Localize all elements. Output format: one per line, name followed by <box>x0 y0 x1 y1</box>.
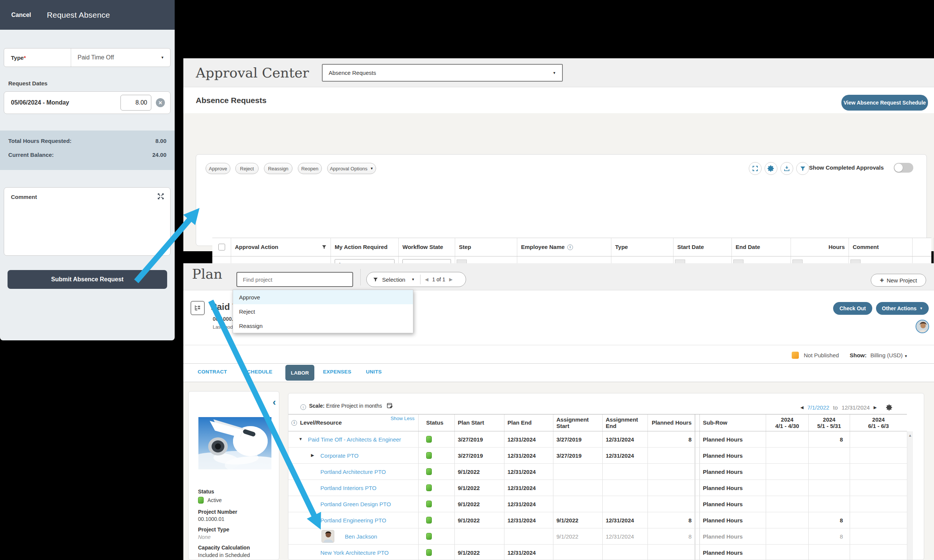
plan-grid-row[interactable]: New York Architecture PTO 9/1/2022 12/31… <box>289 545 907 560</box>
find-project-input[interactable] <box>236 272 353 287</box>
month3-cell[interactable] <box>850 528 907 544</box>
date-entry-row[interactable]: 05/06/2024 - Monday 8.00 ✕ <box>4 91 171 114</box>
month2-cell[interactable]: 8 <box>809 528 850 544</box>
scroll-up-icon[interactable]: ▲ <box>908 433 912 560</box>
gear-icon[interactable] <box>886 404 893 411</box>
level-resource-link[interactable]: Corporate PTO <box>320 452 358 459</box>
month1-cell[interactable] <box>766 496 809 512</box>
col-approval-action[interactable]: Approval Action <box>235 244 278 250</box>
reject-button[interactable]: Reject <box>235 163 259 174</box>
level-resource-link[interactable]: Ben Jackson <box>345 533 377 540</box>
col-month-jun[interactable]: 20246/1 - 6/3 <box>850 414 907 431</box>
col-status[interactable]: Status <box>418 414 455 431</box>
month2-cell[interactable] <box>809 545 850 560</box>
hours-input[interactable]: 8.00 <box>120 95 151 111</box>
tab-contract[interactable]: CONTRACT <box>198 369 227 375</box>
approve-button[interactable]: Approve <box>205 163 230 174</box>
col-assignment-start[interactable]: Assignment Start <box>553 414 603 431</box>
month1-cell[interactable] <box>766 545 809 560</box>
type-field[interactable]: Type* Paid Time Off ▼ <box>4 48 171 67</box>
col-comment[interactable]: Comment <box>849 238 912 256</box>
tab-labor[interactable]: LABOR <box>286 365 314 381</box>
view-absence-request-schedule-button[interactable]: View Absence Request Schedule <box>841 95 928 111</box>
range-next-icon[interactable]: ▶ <box>874 405 876 410</box>
month1-cell[interactable] <box>766 528 809 544</box>
col-planned-hours[interactable]: Planned Hours <box>648 414 695 431</box>
download-icon[interactable] <box>780 162 793 175</box>
reopen-button[interactable]: Reopen <box>298 163 322 174</box>
clear-date-icon[interactable]: ✕ <box>156 98 165 107</box>
month3-cell[interactable] <box>850 480 907 496</box>
month3-cell[interactable] <box>850 448 907 463</box>
level-resource-link[interactable]: Portland Architecture PTO <box>320 469 386 475</box>
col-end-date[interactable]: End Date <box>732 238 791 256</box>
range-start-date[interactable]: 7/1/2022 <box>807 404 829 411</box>
col-hours[interactable]: Hours <box>791 238 849 256</box>
range-prev-icon[interactable]: ◀ <box>800 405 803 410</box>
cancel-button[interactable]: Cancel <box>11 12 31 18</box>
col-step[interactable]: Step <box>455 238 517 256</box>
tab-schedule[interactable]: SCHEDULE <box>244 369 273 375</box>
level-resource-link[interactable]: Portland Engineering PTO <box>320 517 386 523</box>
select-all-checkbox[interactable] <box>218 244 225 251</box>
range-end-date[interactable]: 12/31/2024 <box>841 404 870 411</box>
selection-control[interactable]: Selection ▼ ◀ 1 of 1 ▶ <box>366 272 466 287</box>
plan-grid-row[interactable]: Portland Green Design PTO 9/1/2022 12/31… <box>289 496 907 512</box>
level-resource-link[interactable]: Portland Interiors PTO <box>320 485 377 491</box>
month3-cell[interactable] <box>850 431 907 447</box>
month2-cell[interactable] <box>809 448 850 463</box>
vertical-scrollbar[interactable]: ▲ <box>907 431 913 560</box>
show-completed-toggle[interactable] <box>894 163 913 172</box>
other-actions-button[interactable]: Other Actions▼ <box>876 302 929 315</box>
col-assignment-end[interactable]: Assignment End <box>603 414 648 431</box>
expander-icon[interactable]: ▼ <box>298 437 303 441</box>
collapse-sidebar-icon[interactable]: ‹ <box>273 398 276 406</box>
gear-icon[interactable] <box>764 162 777 175</box>
show-less-link[interactable]: Show Less <box>391 416 414 422</box>
tab-units[interactable]: UNITS <box>366 369 382 375</box>
plan-grid-row[interactable]: Ben Jackson 9/1/2022 12/31/2024 8 Planne… <box>289 528 907 545</box>
month2-cell[interactable] <box>809 496 850 512</box>
next-project-icon[interactable]: ▶ <box>449 277 452 282</box>
expander-icon[interactable]: ▼ <box>311 517 315 522</box>
filter-icon[interactable] <box>796 162 809 175</box>
type-select[interactable]: Paid Time Off ▼ <box>71 49 170 66</box>
user-avatar[interactable] <box>915 320 929 333</box>
month2-cell[interactable]: 8 <box>809 512 850 528</box>
col-plan-start[interactable]: Plan Start <box>455 414 505 431</box>
approval-options-button[interactable]: Approval Options▼ <box>327 163 376 174</box>
plan-grid-row[interactable]: Portland Architecture PTO 9/1/2022 12/31… <box>289 464 907 480</box>
level-resource-link[interactable]: New York Architecture PTO <box>320 549 389 556</box>
dropdown-option-approve[interactable]: Approve <box>233 290 413 304</box>
month1-cell[interactable] <box>766 480 809 496</box>
month3-cell[interactable] <box>850 464 907 480</box>
tab-expenses[interactable]: EXPENSES <box>323 369 351 375</box>
month2-cell[interactable]: 8 <box>809 431 850 447</box>
month3-cell[interactable] <box>850 545 907 560</box>
plan-grid-row[interactable]: ▼ Portland Engineering PTO 9/1/2022 12/3… <box>289 512 907 528</box>
approval-type-select[interactable]: Absence Requests ▼ <box>322 64 563 82</box>
check-out-button[interactable]: Check Out <box>833 302 872 315</box>
col-month-apr[interactable]: 20244/1 - 4/30 <box>766 414 809 431</box>
col-level-resource[interactable]: Level/Resource <box>300 419 342 426</box>
expand-icon[interactable] <box>157 192 165 200</box>
reassign-button[interactable]: Reassign <box>264 163 292 174</box>
dropdown-option-reject[interactable]: Reject <box>233 304 413 318</box>
month1-cell[interactable] <box>766 431 809 447</box>
expander-icon[interactable]: ▶ <box>311 453 314 458</box>
maximize-icon[interactable] <box>749 162 761 175</box>
new-project-button[interactable]: + New Project <box>871 274 926 286</box>
month2-cell[interactable] <box>809 464 850 480</box>
level-resource-link[interactable]: Portland Green Design PTO <box>320 501 391 507</box>
col-month-may[interactable]: 20245/1 - 5/31 <box>809 414 850 431</box>
month2-cell[interactable] <box>809 480 850 496</box>
col-employee-name[interactable]: Employee Name i <box>517 238 611 256</box>
col-sub-row[interactable]: Sub-Row <box>700 414 766 431</box>
comment-field[interactable]: Comment <box>4 187 171 256</box>
show-currency-select[interactable]: Billing (USD) ▼ <box>871 352 908 358</box>
dropdown-option-reassign[interactable]: Reassign <box>233 318 413 333</box>
plan-grid-row[interactable]: ▶ Corporate PTO 3/27/2019 12/31/2024 3/2… <box>289 448 907 464</box>
col-plan-end[interactable]: Plan End <box>505 414 553 431</box>
month3-cell[interactable] <box>850 496 907 512</box>
month1-cell[interactable] <box>766 448 809 463</box>
